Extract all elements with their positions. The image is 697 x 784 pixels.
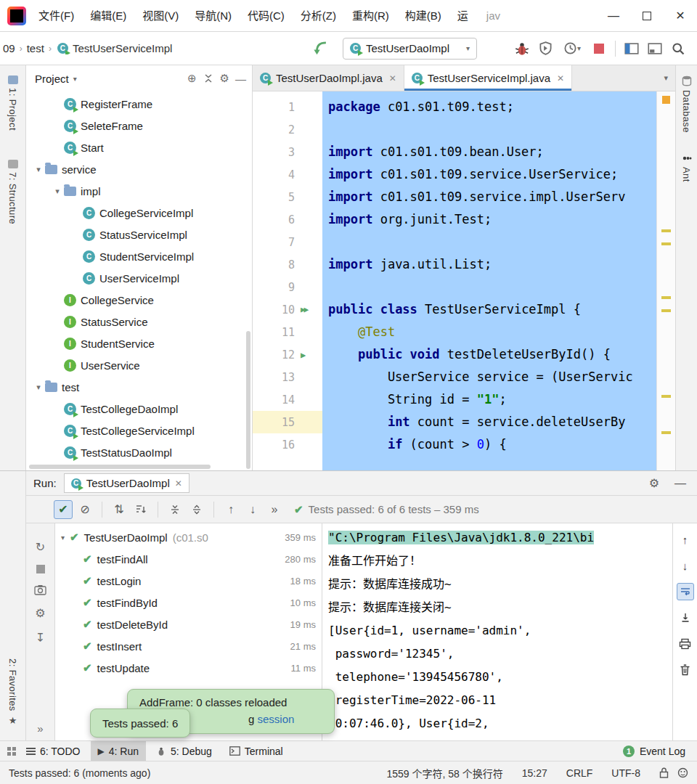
- menu-view[interactable]: 视图(V): [134, 0, 187, 31]
- run-console[interactable]: "C:\Program Files\Java\jdk1.8.0_221\bi 准…: [322, 523, 672, 740]
- collapse-all-button[interactable]: [187, 500, 206, 519]
- chevron-down-icon[interactable]: [32, 165, 45, 174]
- next-failed-test-button[interactable]: [243, 500, 262, 519]
- toolwindow-todo-button[interactable]: 6: TODO: [19, 741, 88, 761]
- scroll-to-end-icon[interactable]: [677, 609, 694, 626]
- tree-item-collegeserviceimpl[interactable]: CollegeServiceImpl: [26, 202, 252, 224]
- tab-testuserdaoimpl[interactable]: TestUserDaoImpl.java: [253, 65, 404, 91]
- close-icon[interactable]: [389, 73, 396, 83]
- tree-item-service[interactable]: service: [26, 158, 252, 180]
- project-panel-title[interactable]: Project: [35, 73, 69, 85]
- tab-testuserserviceimpl[interactable]: TestUserServiceImpl.java: [404, 65, 572, 91]
- hidden-tabs-chevron-icon[interactable]: [664, 73, 668, 83]
- chevron-down-icon[interactable]: [61, 534, 65, 542]
- stop-button[interactable]: [590, 39, 608, 58]
- gear-icon[interactable]: [645, 474, 664, 493]
- tree-item-studentservice[interactable]: StudentService: [26, 332, 252, 354]
- tree-item-userservice[interactable]: UserService: [26, 354, 252, 376]
- test-row[interactable]: testUpdate11 ms: [55, 657, 322, 679]
- encoding-indicator[interactable]: UTF-8: [611, 767, 640, 779]
- line-ending-indicator[interactable]: CRLF: [566, 767, 593, 779]
- tree-item-impl[interactable]: impl: [26, 180, 252, 202]
- scroll-up-icon[interactable]: [677, 531, 694, 548]
- lock-icon[interactable]: [659, 767, 669, 778]
- test-row[interactable]: testInsert21 ms: [55, 635, 322, 657]
- tree-item-teststatusdaoimpl[interactable]: TestStatusDaoImpl: [26, 441, 252, 463]
- breadcrumb-package[interactable]: 09: [1, 42, 17, 54]
- rerun-button[interactable]: [32, 500, 51, 519]
- menu-analyze[interactable]: 分析(Z): [293, 0, 344, 31]
- show-ignored-toggle[interactable]: [76, 500, 94, 519]
- project-horizontal-scrollbar[interactable]: [29, 465, 211, 469]
- soft-wrap-toggle[interactable]: [677, 583, 694, 600]
- event-log-button[interactable]: 1 Event Log: [623, 746, 690, 757]
- more-actions-button[interactable]: [265, 500, 284, 519]
- stripe-mark[interactable]: [661, 431, 671, 434]
- expand-all-button[interactable]: [166, 500, 184, 519]
- run-button[interactable]: [489, 39, 508, 58]
- run-test-gutter-icon[interactable]: ▶: [301, 350, 306, 360]
- search-everywhere-button[interactable]: [669, 39, 688, 58]
- sort-by-duration-button[interactable]: [131, 500, 150, 519]
- tree-item-start[interactable]: Start: [26, 136, 252, 158]
- tree-item-testcollegeserviceimpl[interactable]: TestCollegeServiceImpl: [26, 420, 252, 441]
- tree-item-collegeservice[interactable]: CollegeService: [26, 289, 252, 311]
- hector-inspections-icon[interactable]: [677, 767, 688, 778]
- toolwindow-project-button[interactable]: 1: Project: [7, 75, 18, 131]
- toolwindow-debug-button[interactable]: 5: Debug: [149, 741, 219, 761]
- caret-position[interactable]: 15:27: [522, 767, 547, 779]
- run-class-gutter-icon[interactable]: ▶▶: [301, 305, 307, 314]
- test-suite-row[interactable]: TestUserDaoImpl (c01.s0 359 ms: [55, 526, 322, 548]
- close-icon[interactable]: [175, 478, 182, 489]
- menu-edit[interactable]: 编辑(E): [82, 0, 134, 31]
- stripe-mark[interactable]: [661, 395, 671, 398]
- tree-item-testcollegedaoimpl[interactable]: TestCollegeDaoImpl: [26, 398, 252, 420]
- test-settings-icon[interactable]: [35, 606, 45, 620]
- previous-failed-test-button[interactable]: [221, 500, 240, 519]
- minimize-button[interactable]: [597, 0, 630, 31]
- code-selection[interactable]: package c01.s01.t09.test; import c01.s01…: [322, 91, 656, 470]
- toolwindow-database-button[interactable]: Database: [681, 75, 692, 133]
- select-opened-file-icon[interactable]: [187, 72, 197, 85]
- layout-button[interactable]: [622, 39, 641, 58]
- test-row[interactable]: testFindAll280 ms: [55, 548, 322, 570]
- tree-item-seleteframe[interactable]: SeleteFrame: [26, 115, 252, 136]
- stripe-mark[interactable]: [661, 229, 671, 232]
- tree-item-test[interactable]: test: [26, 376, 252, 398]
- hide-panel-icon[interactable]: [671, 474, 690, 493]
- chevron-down-icon[interactable]: [73, 75, 77, 83]
- test-row[interactable]: testDeleteById19 ms: [55, 613, 322, 635]
- chevron-down-icon[interactable]: [51, 187, 64, 196]
- gear-icon[interactable]: [220, 72, 229, 85]
- tool-windows-button[interactable]: [645, 39, 664, 58]
- hide-panel-icon[interactable]: [235, 73, 246, 85]
- close-icon[interactable]: [557, 73, 564, 83]
- print-icon[interactable]: [677, 635, 694, 653]
- sort-alphabetically-button[interactable]: [110, 500, 129, 519]
- tree-item-statusservice[interactable]: StatusService: [26, 311, 252, 332]
- chevron-down-icon[interactable]: [32, 383, 45, 392]
- coverage-button[interactable]: [536, 39, 555, 58]
- toolwindow-switcher-icon[interactable]: [7, 747, 16, 756]
- test-row[interactable]: testFindById10 ms: [55, 592, 322, 613]
- error-stripe[interactable]: [656, 91, 675, 470]
- collapse-all-icon[interactable]: [203, 73, 214, 84]
- refresh-icon[interactable]: [36, 540, 45, 554]
- project-vertical-scrollbar[interactable]: [246, 331, 250, 469]
- toolwindow-favorites-button[interactable]: 2: Favorites ★: [7, 658, 18, 726]
- screenshot-icon[interactable]: [34, 584, 46, 595]
- session-link[interactable]: session: [258, 713, 295, 725]
- clear-console-icon[interactable]: [677, 661, 694, 679]
- editor-body[interactable]: 1 2 3 4 5 6 7 8 9 10▶▶ 11 12▶ 13 14 15 1…: [253, 91, 675, 470]
- menu-refactor[interactable]: 重构(R): [344, 0, 397, 31]
- more-icons-chevron[interactable]: [37, 722, 43, 735]
- notification-balloon-tests-passed[interactable]: Tests passed: 6: [90, 709, 190, 738]
- tree-item-statusserviceimpl[interactable]: StatusServiceImpl: [26, 224, 252, 245]
- toolwindow-ant-button[interactable]: Ant: [681, 153, 692, 182]
- menu-navigate[interactable]: 导航(N): [187, 0, 240, 31]
- menu-file[interactable]: 文件(F): [30, 0, 82, 31]
- toolwindow-terminal-button[interactable]: Terminal: [222, 741, 290, 761]
- toolwindow-run-button[interactable]: ▶ 4: Run: [91, 741, 146, 761]
- stripe-mark[interactable]: [661, 296, 671, 299]
- import-test-results-icon[interactable]: [36, 631, 45, 645]
